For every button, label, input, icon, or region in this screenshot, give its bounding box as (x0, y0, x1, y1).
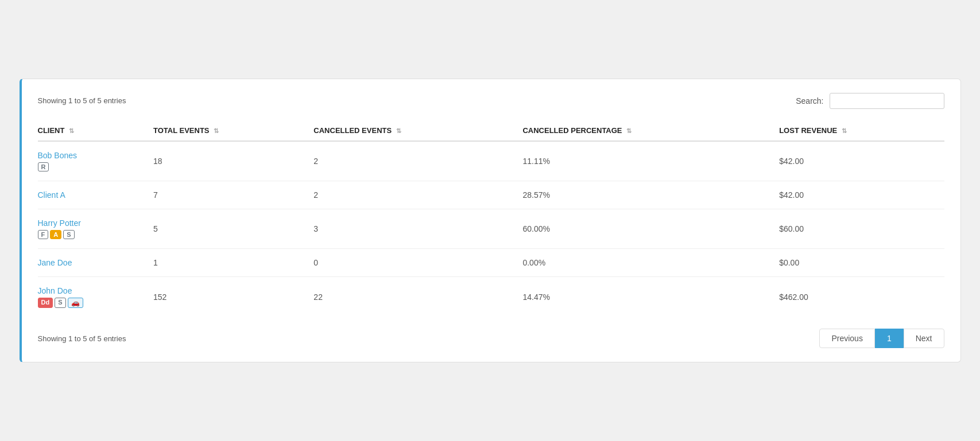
cancelled-percentage-cell: 0.00% (522, 249, 779, 277)
table-row: Jane Doe100.00%$0.00 (38, 249, 944, 277)
next-button[interactable]: Next (904, 329, 944, 348)
bottom-bar: Showing 1 to 5 of 5 entries Previous 1 N… (38, 329, 944, 348)
top-entries-info: Showing 1 to 5 of 5 entries (38, 96, 126, 105)
main-card: Showing 1 to 5 of 5 entries Search: CLIE… (20, 79, 961, 362)
total-events-cell: 152 (153, 277, 313, 318)
client-badge: Dd (38, 298, 53, 308)
lost-revenue-cell: $0.00 (779, 249, 944, 277)
sort-icon-total-events: ⇅ (214, 127, 219, 135)
page-1-button[interactable]: 1 (875, 329, 904, 348)
client-name-link[interactable]: Bob Bones (38, 151, 147, 160)
search-bar: Search: (796, 93, 944, 109)
sort-icon-client: ⇅ (69, 127, 74, 135)
col-client[interactable]: CLIENT ⇅ (38, 120, 154, 141)
total-events-cell: 5 (153, 209, 313, 249)
col-cancelled-percentage[interactable]: CANCELLED PERCENTAGE ⇅ (522, 120, 779, 141)
client-cell: Client A (38, 181, 154, 209)
col-total-events[interactable]: TOTAL EVENTS ⇅ (153, 120, 313, 141)
client-badge: S (55, 298, 65, 308)
total-events-cell: 18 (153, 141, 313, 181)
lost-revenue-cell: $462.00 (779, 277, 944, 318)
data-table: CLIENT ⇅ TOTAL EVENTS ⇅ CANCELLED EVENTS… (38, 120, 944, 317)
lost-revenue-cell: $60.00 (779, 209, 944, 249)
cancelled-events-cell: 2 (313, 181, 522, 209)
client-badge: F (38, 230, 49, 239)
client-name-link[interactable]: Jane Doe (38, 258, 147, 267)
sort-icon-cancelled-percentage: ⇅ (626, 127, 632, 135)
cancelled-percentage-cell: 14.47% (522, 277, 779, 318)
cancelled-percentage-cell: 28.57% (522, 181, 779, 209)
lost-revenue-cell: $42.00 (779, 181, 944, 209)
client-badge: 🚗 (68, 298, 83, 308)
total-events-cell: 1 (153, 249, 313, 277)
total-events-cell: 7 (153, 181, 313, 209)
cancelled-events-cell: 0 (313, 249, 522, 277)
client-name-link[interactable]: Harry Potter (38, 218, 147, 228)
bottom-entries-info: Showing 1 to 5 of 5 entries (38, 334, 126, 343)
cancelled-events-cell: 3 (313, 209, 522, 249)
client-cell: John DoeDdS🚗 (38, 277, 154, 318)
table-row: John DoeDdS🚗1522214.47%$462.00 (38, 277, 944, 318)
sort-icon-cancelled-events: ⇅ (396, 127, 401, 135)
lost-revenue-cell: $42.00 (779, 141, 944, 181)
client-name-link[interactable]: John Doe (38, 286, 147, 295)
client-badge: R (38, 162, 49, 171)
col-cancelled-events[interactable]: CANCELLED EVENTS ⇅ (313, 120, 522, 141)
cancelled-percentage-cell: 11.11% (522, 141, 779, 181)
client-cell: Bob BonesR (38, 141, 154, 181)
table-row: Bob BonesR18211.11%$42.00 (38, 141, 944, 181)
search-input[interactable] (830, 93, 944, 109)
top-bar: Showing 1 to 5 of 5 entries Search: (38, 93, 944, 109)
table-row: Harry PotterFAS5360.00%$60.00 (38, 209, 944, 249)
client-name-link[interactable]: Client A (38, 190, 147, 200)
client-cell: Harry PotterFAS (38, 209, 154, 249)
client-badge: S (63, 230, 74, 239)
table-header-row: CLIENT ⇅ TOTAL EVENTS ⇅ CANCELLED EVENTS… (38, 120, 944, 141)
cancelled-events-cell: 2 (313, 141, 522, 181)
col-lost-revenue[interactable]: LOST REVENUE ⇅ (779, 120, 944, 141)
table-row: Client A7228.57%$42.00 (38, 181, 944, 209)
cancelled-events-cell: 22 (313, 277, 522, 318)
previous-button[interactable]: Previous (819, 329, 874, 348)
cancelled-percentage-cell: 60.00% (522, 209, 779, 249)
client-cell: Jane Doe (38, 249, 154, 277)
client-badge: A (50, 230, 61, 239)
pagination: Previous 1 Next (819, 329, 944, 348)
search-label: Search: (796, 96, 823, 106)
sort-icon-lost-revenue: ⇅ (842, 127, 847, 135)
